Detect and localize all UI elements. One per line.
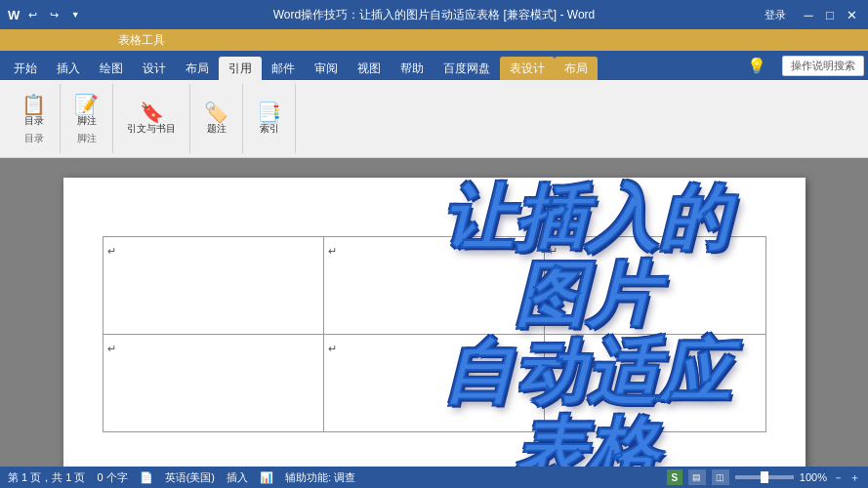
citation-btn[interactable]: 🔖 引文与书目 [121, 101, 182, 138]
toc-group-label: 目录 [24, 132, 44, 145]
record-icon: 📄 [140, 471, 153, 484]
table-cell-r2c1: ↵ [103, 334, 323, 431]
footnote-label: 脚注 [77, 114, 97, 128]
table-row: ↵ ↵ ↵ [103, 236, 765, 334]
minimize-btn[interactable]: ─ [800, 6, 817, 23]
status-bar-right: S ▤ ◫ 100% － ＋ [667, 469, 860, 485]
tab-draw[interactable]: 绘图 [90, 57, 133, 80]
title-bar: W ↩ ↪ ▼ Word操作技巧：让插入的图片自动适应表格 [兼容模式] - W… [0, 0, 868, 29]
toc-label: 目录 [24, 114, 44, 128]
word-logo-icon: W [8, 8, 20, 22]
ribbon-group-index: 📑 索引 [243, 84, 296, 153]
redo-btn[interactable]: ↪ [45, 6, 62, 23]
doc-area: ⊕ ↵ ↵ ↵ ↵ ↵ ↵ 让插入的 图片 自动适应 表格 [0, 158, 868, 467]
zoom-thumb[interactable] [761, 471, 768, 483]
title-bar-right: 登录 ─ □ ✕ [755, 5, 860, 25]
table-cell-r1c2: ↵ [323, 236, 544, 334]
caption-label: 题注 [207, 122, 227, 136]
search-hint[interactable]: 操作说明搜索 [782, 56, 864, 76]
caption-btn[interactable]: 🏷️ 题注 [198, 101, 234, 138]
search-label: 操作说明搜索 [791, 59, 855, 73]
ribbon-tabs: 开始 插入 绘图 设计 布局 引用 邮件 审阅 视图 帮助 百度网盘 表设计 布… [0, 51, 868, 80]
accessibility: 辅助功能: 调查 [285, 470, 355, 485]
context-tab-bar: 表格工具 [0, 29, 868, 51]
status-bar: 第 1 页，共 1 页 0 个字 📄 英语(美国) 插入 📊 辅助功能: 调查 … [0, 467, 868, 488]
index-icon: 📑 [257, 102, 281, 122]
table-cell-r1c3: ↵ [545, 236, 765, 334]
footnote-btn[interactable]: 📝 脚注 [68, 93, 104, 130]
tab-references[interactable]: 引用 [219, 57, 262, 80]
cell-arrow: ↵ [549, 245, 558, 257]
tab-review[interactable]: 审阅 [305, 57, 348, 80]
cell-arrow: ↵ [549, 343, 558, 354]
cell-arrow: ↵ [107, 343, 116, 354]
tab-layout[interactable]: 布局 [176, 57, 219, 80]
tab-table-design[interactable]: 表设计 [500, 57, 555, 80]
title-bar-left: W ↩ ↪ ▼ [8, 6, 84, 23]
ribbon-group-footnote: 📝 脚注 脚注 [61, 84, 113, 153]
citation-label: 引文与书目 [127, 122, 176, 136]
table-row: ↵ ↵ ↵ [103, 334, 765, 431]
caption-icon: 🏷️ [204, 102, 228, 122]
document: ⊕ ↵ ↵ ↵ ↵ ↵ ↵ 让插入的 图片 自动适应 表格 [63, 178, 806, 467]
table-cell-r2c3: ↵ [545, 334, 765, 431]
ribbon-right: 💡 操作说明搜索 [747, 56, 864, 80]
cell-arrow: ↵ [328, 245, 337, 257]
restore-btn[interactable]: □ [821, 6, 839, 23]
ribbon-content: 📋 目录 目录 📝 脚注 脚注 🔖 引文与书目 🏷️ 题注 📑 索引 [0, 80, 868, 158]
wps-icon: S [667, 469, 682, 485]
context-tab-text: 表格工具 [99, 29, 185, 51]
tab-insert[interactable]: 插入 [47, 57, 90, 80]
language: 英语(美国) [165, 470, 215, 485]
tab-mailings[interactable]: 邮件 [262, 57, 305, 80]
view-web-btn[interactable]: ◫ [712, 469, 729, 485]
toc-btn[interactable]: 📋 目录 [16, 93, 52, 130]
tab-table-layout[interactable]: 布局 [555, 57, 598, 80]
tab-home[interactable]: 开始 [4, 57, 47, 80]
quick-access: W ↩ ↪ ▼ [8, 6, 84, 23]
insert-mode: 插入 [227, 470, 248, 485]
zoom-slider[interactable] [735, 475, 794, 479]
index-label: 索引 [260, 122, 279, 136]
cell-arrow: ↵ [328, 343, 337, 354]
tab-help[interactable]: 帮助 [391, 57, 434, 80]
table-cell-r1c1: ↵ [103, 236, 323, 334]
ribbon-group-toc: 📋 目录 目录 [8, 84, 61, 153]
title-bar-center: Word操作技巧：让插入的图片自动适应表格 [兼容模式] - Word [273, 7, 596, 23]
footnote-group-label: 脚注 [77, 132, 97, 145]
zoom-level: 100% [800, 471, 827, 483]
view-print-btn[interactable]: ▤ [688, 469, 706, 485]
track-icon: 📊 [260, 471, 273, 484]
table-cell-r2c2: ↵ [323, 334, 544, 431]
tab-view[interactable]: 视图 [348, 57, 391, 80]
footnote-icon: 📝 [74, 95, 99, 114]
zoom-in-btn[interactable]: ＋ [849, 470, 860, 485]
window-title: Word操作技巧：让插入的图片自动适应表格 [兼容模式] - Word [273, 8, 596, 21]
quick-access-btn[interactable]: ▼ [66, 6, 84, 23]
index-btn[interactable]: 📑 索引 [251, 101, 287, 138]
search-icon: 💡 [747, 57, 766, 75]
ribbon-group-citation: 🔖 引文与书目 [113, 84, 190, 153]
word-count: 0 个字 [97, 470, 127, 485]
login-button[interactable]: 登录 [755, 5, 796, 25]
close-btn[interactable]: ✕ [843, 6, 860, 23]
tab-baidu[interactable]: 百度网盘 [434, 57, 500, 80]
page-count: 第 1 页，共 1 页 [8, 470, 85, 485]
cell-arrow: ↵ [107, 245, 116, 257]
undo-btn[interactable]: ↩ [23, 6, 41, 23]
doc-table: ↵ ↵ ↵ ↵ ↵ ↵ [103, 236, 766, 432]
citation-icon: 🔖 [140, 102, 164, 122]
toc-icon: 📋 [21, 95, 46, 114]
zoom-out-btn[interactable]: － [833, 470, 844, 485]
tab-design[interactable]: 设计 [133, 57, 176, 80]
ribbon-group-caption: 🏷️ 题注 [190, 84, 243, 153]
